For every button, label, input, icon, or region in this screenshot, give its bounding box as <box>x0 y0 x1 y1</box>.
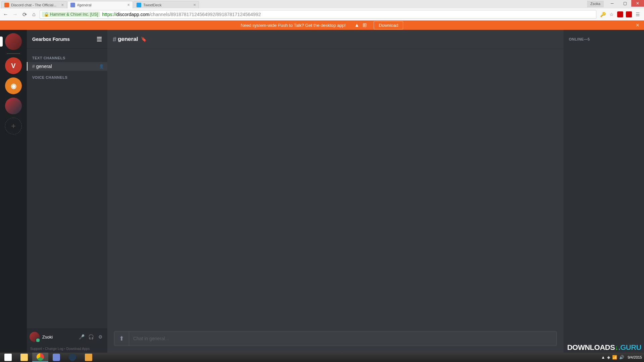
text-channel-general[interactable]: # general👤 <box>27 62 107 71</box>
chat-area: # general 🔖 ⬆ <box>107 30 564 353</box>
android-icon: ▲ <box>354 22 359 28</box>
guild-icon[interactable]: ◉ <box>5 77 22 94</box>
watermark: DOWNLOADS↓.GURU <box>567 343 641 352</box>
start-button[interactable] <box>0 353 16 362</box>
online-header: ONLINE—5 <box>566 34 641 43</box>
download-banner: Need system-wide Push to Talk? Get the d… <box>0 20 644 30</box>
tab-title: TweetDeck <box>143 3 191 7</box>
close-icon[interactable]: × <box>127 2 130 7</box>
tray-volume-icon[interactable]: 🔊 <box>619 355 624 360</box>
browser-chrome: Discord chat - The Official... × #genera… <box>0 0 644 20</box>
lock-icon[interactable]: 🔒 Hammer & Chisel Inc. [US] <box>42 12 100 17</box>
hash-icon: # <box>32 64 35 69</box>
close-icon[interactable]: × <box>193 2 196 7</box>
forward-button[interactable]: → <box>11 11 19 18</box>
discord-app: V ◉ + Gearbox Forums ☰ TEXT CHANNELS# ge… <box>0 30 644 353</box>
voice-channels-header: VOICE CHANNELS <box>27 71 107 81</box>
user-panel: Zsoki 🎤 🎧 ⚙ <box>27 328 107 346</box>
upload-button[interactable]: ⬆ <box>114 331 129 346</box>
guild-icon[interactable]: V <box>5 57 22 74</box>
favicon-icon <box>70 3 75 7</box>
close-icon[interactable]: × <box>61 2 64 7</box>
browser-tab-active[interactable]: #general × <box>67 1 133 8</box>
hamburger-icon[interactable]: ☰ <box>97 36 102 43</box>
self-username: Zsoki <box>42 335 74 340</box>
channel-header: # general 🔖 <box>107 30 564 49</box>
tab-title: Discord chat - The Official... <box>11 3 59 7</box>
messages-list[interactable] <box>107 49 564 331</box>
windows-icon: ⊞ <box>363 22 367 28</box>
url-domain: discordapp.com <box>116 12 149 17</box>
browser-tab[interactable]: Discord chat - The Official... × <box>1 1 67 8</box>
close-icon[interactable]: × <box>636 22 639 29</box>
channels-sidebar: Gearbox Forums ☰ TEXT CHANNELS# general👤… <box>27 30 107 353</box>
tray-shield-icon[interactable]: ◈ <box>607 355 610 360</box>
invite-icon[interactable]: 👤 <box>99 64 104 69</box>
maximize-button[interactable]: ▢ <box>619 0 631 7</box>
youtube-ext-icon[interactable] <box>626 11 632 17</box>
back-button[interactable]: ← <box>2 11 9 18</box>
browser-tab[interactable]: TweetDeck × <box>133 1 199 8</box>
home-button[interactable]: ⌂ <box>30 11 38 18</box>
address-bar: ← → ⟳ ⌂ 🔒 Hammer & Chisel Inc. [US] http… <box>0 8 644 20</box>
favicon-icon <box>4 3 9 7</box>
channel-label: general <box>36 64 52 69</box>
url-path: /channels/89187817124564992/891878171245… <box>149 12 261 17</box>
permissions-icon[interactable]: 🔑 <box>600 11 606 17</box>
banner-text: Need system-wide Push to Talk? Get the d… <box>241 23 346 28</box>
guild-icon[interactable] <box>5 98 22 114</box>
tab-bar: Discord chat - The Official... × #genera… <box>0 0 644 8</box>
chrome-user-badge[interactable]: Zsoka <box>587 1 604 7</box>
mute-icon[interactable]: 🎤 <box>77 333 86 341</box>
bookmark-icon[interactable]: ☆ <box>608 11 614 17</box>
close-window-button[interactable]: ✕ <box>631 0 644 7</box>
server-name: Gearbox Forums <box>32 37 70 42</box>
message-input[interactable] <box>129 336 556 341</box>
minimize-button[interactable]: ─ <box>606 0 619 7</box>
ublock-icon[interactable] <box>617 11 623 17</box>
self-avatar[interactable] <box>30 332 40 342</box>
guild-icon[interactable] <box>5 33 22 50</box>
channel-name: general <box>118 36 138 43</box>
guilds-column: V ◉ + <box>0 30 27 353</box>
chrome-button[interactable] <box>32 353 48 362</box>
tray-network-icon[interactable]: 📶 <box>612 355 617 360</box>
system-tray[interactable]: ▲ ◈ 📶 🔊 9/4/2015 <box>601 355 642 360</box>
text-channels-header: TEXT CHANNELS <box>27 51 107 62</box>
favicon-icon <box>137 3 141 7</box>
members-sidebar: ONLINE—5 <box>564 30 644 353</box>
add-server-button[interactable]: + <box>5 118 22 134</box>
settings-icon[interactable]: ⚙ <box>96 333 105 341</box>
menu-icon[interactable]: ☰ <box>635 11 641 17</box>
tab-title: #general <box>77 3 125 7</box>
discord-button[interactable] <box>48 353 64 362</box>
steam-button[interactable] <box>64 353 80 362</box>
support-link[interactable]: Support <box>30 347 42 351</box>
url-input[interactable]: 🔒 Hammer & Chisel Inc. [US] https://disc… <box>40 10 596 19</box>
download-apps-link[interactable]: Download Apps <box>66 347 90 351</box>
download-button[interactable]: Download <box>374 21 403 29</box>
tray-chevron-icon[interactable]: ▲ <box>601 355 605 360</box>
message-input-container: ⬆ <box>114 331 557 346</box>
reload-button[interactable]: ⟳ <box>21 11 28 18</box>
deafen-icon[interactable]: 🎧 <box>87 333 95 341</box>
server-header[interactable]: Gearbox Forums ☰ <box>27 30 107 49</box>
windows-taskbar: ▲ ◈ 📶 🔊 9/4/2015 <box>0 353 644 362</box>
hash-icon: # <box>113 36 116 43</box>
changelog-link[interactable]: Change Log <box>45 347 63 351</box>
footer-links: Support • Change Log • Download Apps <box>27 346 107 353</box>
csgo-button[interactable] <box>80 353 97 362</box>
url-protocol: https:// <box>102 12 116 17</box>
explorer-button[interactable] <box>16 353 32 362</box>
clock[interactable]: 9/4/2015 <box>628 355 642 359</box>
bookmark-channel-icon[interactable]: 🔖 <box>141 37 147 42</box>
